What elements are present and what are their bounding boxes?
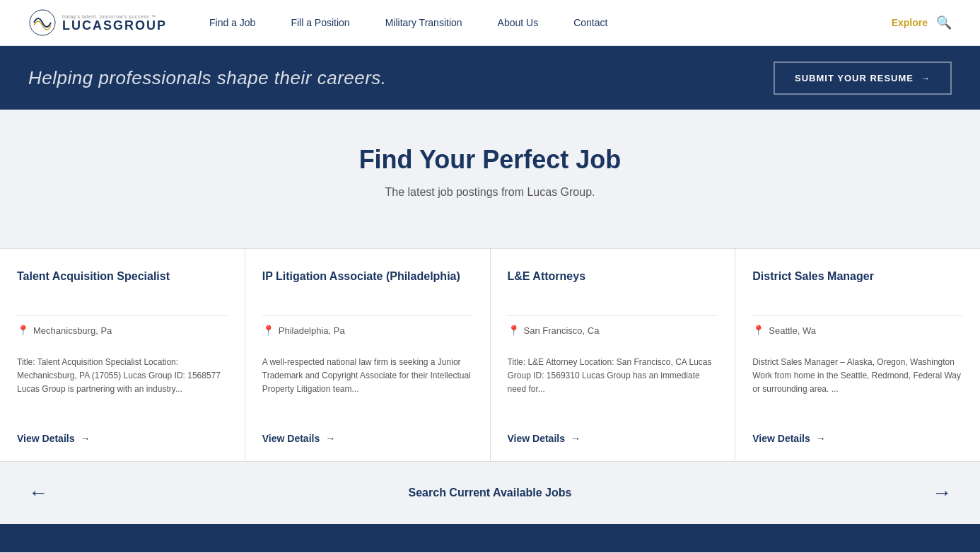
search-icon: 🔍 — [936, 16, 952, 30]
submit-resume-label: SUBMIT YOUR RESUME — [795, 73, 914, 83]
location-pin-icon-3: 📍 — [752, 325, 764, 336]
nav-find-a-job[interactable]: Find a Job — [209, 17, 255, 28]
view-details-arrow-2: → — [571, 433, 581, 444]
job-description-3: District Sales Manager – Alaska, Oregon,… — [752, 356, 963, 421]
section-subtitle: The latest job postings from Lucas Group… — [0, 186, 980, 199]
view-details-link-2[interactable]: View Details → — [508, 433, 718, 444]
nav-about-us[interactable]: About Us — [498, 17, 539, 28]
next-arrow-button[interactable]: → — [932, 482, 952, 504]
view-details-label-3: View Details — [752, 433, 810, 444]
job-card-0: Talent Acquisition Specialist 📍 Mechanic… — [0, 249, 245, 461]
job-card-3: District Sales Manager 📍 Seattle, Wa Dis… — [735, 249, 980, 461]
view-details-label-0: View Details — [17, 433, 74, 444]
job-cards-container: Talent Acquisition Specialist 📍 Mechanic… — [0, 248, 980, 461]
job-card-1: IP Litigation Associate (Philadelphia) 📍… — [245, 249, 491, 461]
main-section: Find Your Perfect Job The latest job pos… — [0, 110, 980, 248]
location-text-2: San Francisco, Ca — [524, 325, 600, 336]
logo[interactable]: today's talent. tomorrow's success.™ LUC… — [28, 8, 167, 37]
search-jobs-link[interactable]: Search Current Available Jobs — [409, 487, 572, 499]
view-details-arrow-1: → — [325, 433, 335, 444]
view-details-label-1: View Details — [262, 433, 320, 444]
location-row-3: 📍 Seattle, Wa — [752, 315, 963, 344]
logo-icon — [28, 8, 57, 37]
location-text-1: Philadelphia, Pa — [279, 325, 345, 336]
view-details-link-3[interactable]: View Details → — [752, 433, 963, 444]
bottom-bar: ← Search Current Available Jobs → — [0, 461, 980, 524]
submit-resume-button[interactable]: SUBMIT YOUR RESUME → — [774, 62, 952, 95]
hero-banner: Helping professionals shape their career… — [0, 46, 980, 110]
nav-military-transition[interactable]: Military Transition — [385, 17, 462, 28]
job-title-3: District Sales Manager — [752, 270, 963, 301]
next-arrow-icon: → — [932, 482, 952, 503]
job-title-0: Talent Acquisition Specialist — [17, 270, 228, 301]
location-pin-icon-1: 📍 — [262, 325, 274, 336]
nav-right: Explore 🔍 — [892, 15, 952, 30]
nav-fill-a-position[interactable]: Fill a Position — [291, 17, 349, 28]
prev-arrow-button[interactable]: ← — [28, 482, 48, 504]
job-description-2: Title: L&E Attorney Location: San Franci… — [508, 356, 718, 421]
search-button[interactable]: 🔍 — [936, 15, 952, 30]
navbar: today's talent. tomorrow's success.™ LUC… — [0, 0, 980, 46]
job-title-2: L&E Attorneys — [508, 270, 718, 301]
view-details-link-0[interactable]: View Details → — [17, 433, 228, 444]
nav-contact[interactable]: Contact — [573, 17, 607, 28]
location-text-3: Seattle, Wa — [769, 325, 816, 336]
logo-brand: LUCASGROUP — [62, 19, 167, 32]
location-pin-icon-2: 📍 — [508, 325, 520, 336]
section-title: Find Your Perfect Job — [0, 145, 980, 175]
location-text-0: Mechanicsburg, Pa — [33, 325, 112, 336]
explore-link[interactable]: Explore — [892, 17, 928, 28]
view-details-arrow-3: → — [816, 433, 826, 444]
location-row-1: 📍 Philadelphia, Pa — [262, 315, 473, 344]
view-details-label-2: View Details — [508, 433, 565, 444]
location-row-2: 📍 San Francisco, Ca — [508, 315, 718, 344]
hero-tagline: Helping professionals shape their career… — [28, 67, 387, 89]
prev-arrow-icon: ← — [28, 482, 48, 503]
job-card-2: L&E Attorneys 📍 San Francisco, Ca Title:… — [491, 249, 736, 461]
nav-links: Find a Job Fill a Position Military Tran… — [209, 17, 892, 28]
view-details-link-1[interactable]: View Details → — [262, 433, 473, 444]
job-description-0: Title: Talent Acquisition Specialist Loc… — [17, 356, 228, 421]
location-row-0: 📍 Mechanicsburg, Pa — [17, 315, 228, 344]
footer-bar — [0, 524, 980, 552]
view-details-arrow-0: → — [80, 433, 90, 444]
job-title-1: IP Litigation Associate (Philadelphia) — [262, 270, 473, 301]
job-description-1: A well-respected national law firm is se… — [262, 356, 473, 421]
location-pin-icon-0: 📍 — [17, 325, 29, 336]
submit-resume-arrow: → — [921, 73, 931, 83]
